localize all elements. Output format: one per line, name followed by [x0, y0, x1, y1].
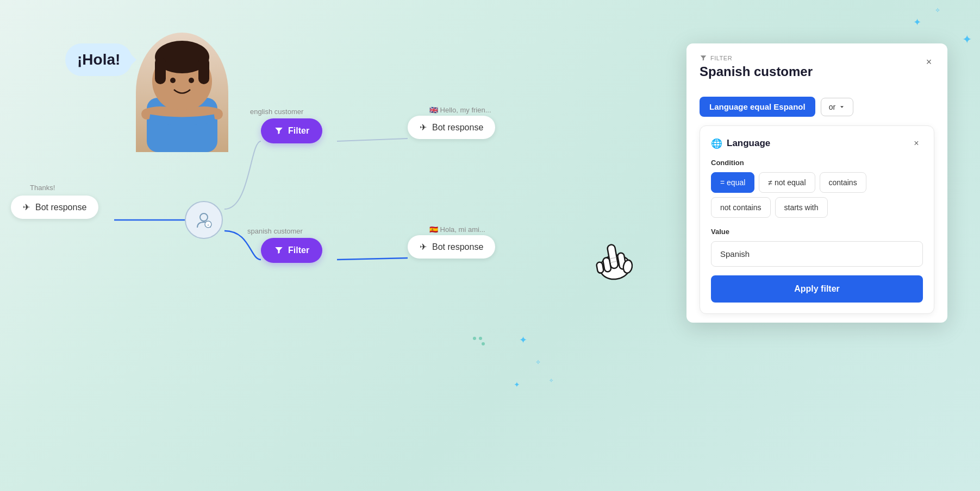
panel-title: Spanish customer — [700, 64, 934, 79]
thanks-text: Thanks! — [30, 184, 55, 192]
tag-row: Language equal Espanol or — [700, 97, 934, 117]
spanish-bot-response-node[interactable]: ✈ Bot response — [408, 235, 495, 259]
svg-point-13 — [598, 253, 632, 281]
sparkle-3: ✦ — [962, 33, 972, 47]
speech-bubble-text: ¡Hola! — [77, 51, 120, 68]
equal-button[interactable]: = equal — [711, 172, 754, 193]
bot-response-left-node[interactable]: ✈ Bot response — [11, 196, 98, 219]
bot-icon-eng: ✈ — [420, 122, 427, 133]
condition-close-button[interactable]: × — [910, 137, 923, 150]
filter-badge-text: FILTER — [710, 55, 732, 61]
condition-buttons: = equal ≠ not equal contains not contain… — [711, 172, 923, 218]
svg-line-20 — [610, 257, 616, 259]
sparkle-1: ✦ — [913, 16, 921, 28]
language-tag-text: Language equal Espanol — [709, 102, 806, 111]
sparkle-2: ✧ — [935, 7, 940, 14]
bot-icon-spa: ✈ — [420, 242, 427, 252]
person-avatar — [136, 33, 228, 152]
hola-message-label: 🇪🇸 Hola, mi ami... — [429, 225, 485, 234]
hand-svg — [588, 230, 639, 286]
avatar-icon: + — [194, 210, 214, 230]
sparkle-5: ✧ — [535, 358, 541, 366]
svg-point-10 — [200, 213, 208, 221]
sparkle-7: ✧ — [549, 377, 553, 383]
filter-panel: FILTER Spanish customer × Language equal… — [686, 43, 947, 323]
thanks-label: Thanks! — [30, 184, 55, 192]
globe-icon: 🌐 — [711, 138, 722, 149]
bot-icon-left: ✈ — [23, 202, 30, 212]
eng-label-text: english customer — [250, 108, 303, 116]
spa-label-text: spanish customer — [247, 227, 303, 235]
svg-rect-17 — [596, 262, 604, 274]
not-equal-button[interactable]: ≠ not equal — [759, 172, 815, 193]
svg-rect-16 — [603, 257, 611, 273]
english-customer-label: english customer — [250, 108, 303, 116]
condition-section-label: Condition — [711, 159, 923, 167]
bot-response-left-label: Bot response — [35, 203, 86, 212]
filter-icon-spa — [274, 246, 284, 255]
svg-text:+: + — [207, 223, 210, 228]
panel-close-button[interactable]: × — [921, 54, 937, 70]
hello-message-label: 🇬🇧 Hello, my frien... — [429, 106, 491, 114]
or-label: or — [829, 103, 835, 111]
hola-text: 🇪🇸 Hola, mi ami... — [429, 225, 485, 234]
eng-bot-label: Bot response — [432, 123, 483, 133]
or-button[interactable]: or — [821, 98, 853, 116]
eng-filter-label: Filter — [288, 126, 309, 136]
contains-label: contains — [829, 178, 857, 187]
condition-title-text: Language — [727, 138, 770, 149]
equal-label: = equal — [720, 178, 745, 187]
spanish-filter-node[interactable]: Filter — [261, 238, 322, 263]
hello-text: 🇬🇧 Hello, my frien... — [429, 106, 491, 114]
filter-badge: FILTER — [700, 54, 934, 62]
apply-filter-label: Apply filter — [794, 284, 840, 293]
svg-point-18 — [622, 260, 633, 274]
sparkle-6: ✦ — [514, 380, 520, 389]
svg-rect-15 — [617, 253, 626, 270]
svg-point-8 — [170, 78, 176, 83]
svg-line-1 — [337, 139, 408, 141]
condition-title: 🌐 Language — [711, 138, 770, 149]
spa-bot-label: Bot response — [432, 242, 483, 252]
close-icon: × — [926, 56, 932, 68]
value-section-label: Value — [711, 228, 923, 236]
panel-header: FILTER Spanish customer × — [686, 43, 947, 88]
svg-line-19 — [610, 261, 617, 262]
sparkle-4: ✦ — [519, 334, 527, 346]
starts-with-button[interactable]: starts with — [775, 197, 828, 218]
filter-icon-eng — [274, 126, 284, 136]
language-tag[interactable]: Language equal Espanol — [700, 97, 815, 117]
english-bot-response-node[interactable]: ✈ Bot response — [408, 116, 495, 139]
panel-body: Language equal Espanol or 🌐 Language × C… — [686, 88, 947, 323]
spanish-customer-label: spanish customer — [247, 227, 303, 235]
chevron-down-icon — [839, 104, 845, 110]
not-equal-label: ≠ not equal — [768, 178, 806, 187]
svg-point-9 — [189, 78, 194, 83]
speech-bubble: ¡Hola! — [65, 43, 132, 76]
decorative-dots — [473, 337, 485, 345]
svg-rect-14 — [607, 244, 619, 269]
person-svg — [136, 33, 228, 152]
center-avatar-node[interactable]: + — [185, 201, 223, 239]
svg-rect-6 — [155, 57, 166, 84]
not-contains-label: not contains — [720, 203, 761, 212]
spa-filter-label: Filter — [288, 246, 309, 255]
value-input[interactable] — [711, 241, 923, 267]
starts-with-label: starts with — [784, 203, 819, 212]
apply-filter-button[interactable]: Apply filter — [711, 275, 923, 303]
contains-button[interactable]: contains — [820, 172, 866, 193]
svg-line-2 — [337, 258, 408, 260]
filter-badge-icon — [700, 54, 707, 62]
english-filter-node[interactable]: Filter — [261, 118, 322, 143]
cursor-hand-icon — [588, 230, 641, 293]
not-contains-button[interactable]: not contains — [711, 197, 771, 218]
condition-header: 🌐 Language × — [711, 137, 923, 150]
svg-rect-7 — [198, 57, 209, 84]
condition-panel: 🌐 Language × Condition = equal ≠ not equ… — [700, 125, 934, 314]
